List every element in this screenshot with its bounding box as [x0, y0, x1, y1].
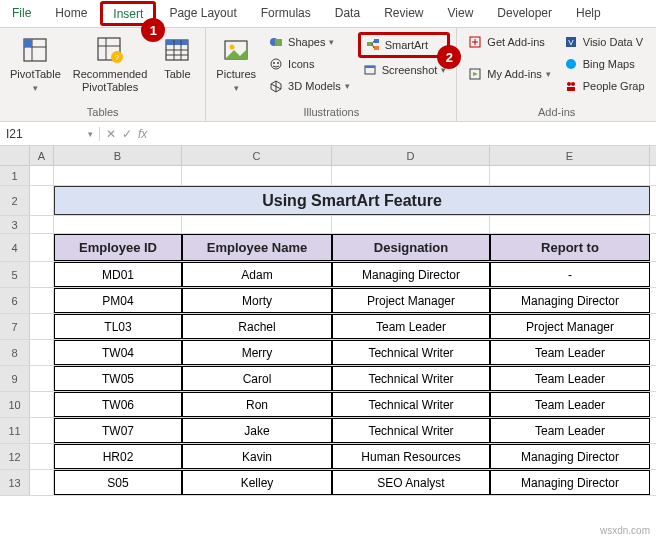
table-cell[interactable]: Team Leader [490, 392, 650, 417]
table-cell[interactable]: Project Manager [490, 314, 650, 339]
table-cell[interactable]: Technical Writer [332, 340, 490, 365]
table-cell[interactable]: Kelley [182, 470, 332, 495]
cell[interactable] [30, 234, 54, 261]
table-cell[interactable]: TW05 [54, 366, 182, 391]
select-all-corner[interactable] [0, 146, 30, 165]
table-header[interactable]: Employee ID [54, 234, 182, 261]
models-button[interactable]: 3D Models [264, 76, 354, 96]
cell[interactable] [30, 340, 54, 365]
cell[interactable] [332, 216, 490, 233]
table-cell[interactable]: Managing Director [490, 444, 650, 469]
table-cell[interactable]: MD01 [54, 262, 182, 287]
menu-tab-view[interactable]: View [436, 0, 486, 27]
row-header[interactable]: 9 [0, 366, 30, 391]
menu-tab-file[interactable]: File [0, 0, 43, 27]
cell[interactable] [30, 366, 54, 391]
table-cell[interactable]: Team Leader [332, 314, 490, 339]
row-header[interactable]: 5 [0, 262, 30, 287]
table-cell[interactable]: TW04 [54, 340, 182, 365]
menu-tab-formulas[interactable]: Formulas [249, 0, 323, 27]
table-cell[interactable]: Managing Director [490, 288, 650, 313]
shapes-button[interactable]: Shapes [264, 32, 354, 52]
col-header-A[interactable]: A [30, 146, 54, 165]
cell[interactable] [30, 186, 54, 215]
cell[interactable] [182, 166, 332, 185]
table-cell[interactable]: Project Manager [332, 288, 490, 313]
col-header-B[interactable]: B [54, 146, 182, 165]
cell[interactable] [30, 288, 54, 313]
row-header[interactable]: 2 [0, 186, 30, 215]
recommended-pivot-button[interactable]: ? Recommended PivotTables [69, 32, 152, 96]
menu-tab-review[interactable]: Review [372, 0, 435, 27]
pictures-button[interactable]: Pictures [212, 32, 260, 96]
table-header[interactable]: Report to [490, 234, 650, 261]
table-cell[interactable]: Technical Writer [332, 392, 490, 417]
table-button[interactable]: Table [155, 32, 199, 83]
cell[interactable] [30, 418, 54, 443]
cell[interactable] [30, 216, 54, 233]
table-cell[interactable]: PM04 [54, 288, 182, 313]
cell[interactable] [54, 166, 182, 185]
cell[interactable] [30, 470, 54, 495]
icons-button[interactable]: Icons [264, 54, 354, 74]
menu-tab-developer[interactable]: Developer [485, 0, 564, 27]
table-cell[interactable]: Human Resources [332, 444, 490, 469]
row-header[interactable]: 3 [0, 216, 30, 233]
table-cell[interactable]: Managing Director [490, 470, 650, 495]
cell[interactable] [490, 216, 650, 233]
table-header[interactable]: Designation [332, 234, 490, 261]
row-header[interactable]: 4 [0, 234, 30, 261]
col-header-C[interactable]: C [182, 146, 332, 165]
pivottable-button[interactable]: PivotTable [6, 32, 65, 96]
row-header[interactable]: 6 [0, 288, 30, 313]
row-header[interactable]: 8 [0, 340, 30, 365]
table-cell[interactable]: Team Leader [490, 418, 650, 443]
row-header[interactable]: 1 [0, 166, 30, 185]
menu-tab-insert[interactable]: Insert 1 [100, 1, 156, 26]
table-cell[interactable]: Rachel [182, 314, 332, 339]
cell[interactable] [30, 314, 54, 339]
table-cell[interactable]: Team Leader [490, 366, 650, 391]
screenshot-button[interactable]: Screenshot [358, 60, 451, 80]
cell[interactable] [182, 216, 332, 233]
cell[interactable] [30, 392, 54, 417]
table-cell[interactable]: - [490, 262, 650, 287]
menu-tab-home[interactable]: Home [43, 0, 99, 27]
cell[interactable] [30, 262, 54, 287]
cell[interactable] [332, 166, 490, 185]
get-addins-button[interactable]: Get Add-ins [463, 32, 554, 52]
table-cell[interactable]: Ron [182, 392, 332, 417]
table-cell[interactable]: Jake [182, 418, 332, 443]
table-cell[interactable]: Technical Writer [332, 418, 490, 443]
table-cell[interactable]: TW07 [54, 418, 182, 443]
title-cell[interactable]: Using SmartArt Feature [54, 186, 650, 215]
table-cell[interactable]: Team Leader [490, 340, 650, 365]
menu-tab-data[interactable]: Data [323, 0, 372, 27]
bing-maps-button[interactable]: Bing Maps [559, 54, 649, 74]
table-cell[interactable]: SEO Analyst [332, 470, 490, 495]
table-header[interactable]: Employee Name [182, 234, 332, 261]
col-header-D[interactable]: D [332, 146, 490, 165]
row-header[interactable]: 13 [0, 470, 30, 495]
row-header[interactable]: 12 [0, 444, 30, 469]
cell[interactable] [30, 444, 54, 469]
fx-icon[interactable]: fx [138, 127, 147, 141]
table-cell[interactable]: Merry [182, 340, 332, 365]
table-cell[interactable]: Morty [182, 288, 332, 313]
table-cell[interactable]: Adam [182, 262, 332, 287]
visio-button[interactable]: V Visio Data V [559, 32, 649, 52]
smartart-button[interactable]: SmartArt 2 [358, 32, 451, 58]
row-header[interactable]: 7 [0, 314, 30, 339]
table-cell[interactable]: TW06 [54, 392, 182, 417]
table-cell[interactable]: Technical Writer [332, 366, 490, 391]
col-header-E[interactable]: E [490, 146, 650, 165]
name-box[interactable]: I21 [0, 127, 100, 141]
table-cell[interactable]: Carol [182, 366, 332, 391]
menu-tab-pagelayout[interactable]: Page Layout [157, 0, 248, 27]
table-cell[interactable]: S05 [54, 470, 182, 495]
cell[interactable] [30, 166, 54, 185]
people-graph-button[interactable]: People Grap [559, 76, 649, 96]
menu-tab-help[interactable]: Help [564, 0, 613, 27]
cell[interactable] [490, 166, 650, 185]
row-header[interactable]: 10 [0, 392, 30, 417]
